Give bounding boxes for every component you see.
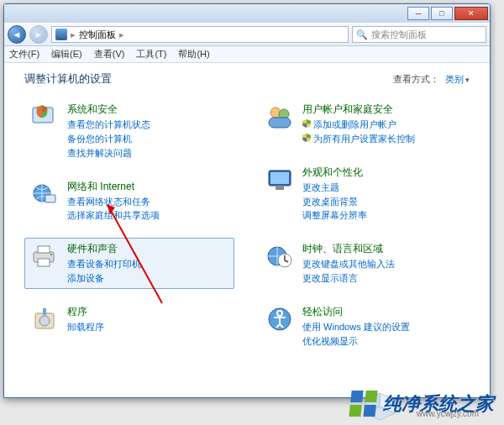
- programs-link[interactable]: 程序: [67, 305, 104, 319]
- shield-small-icon: [302, 119, 311, 128]
- svg-rect-14: [270, 172, 289, 184]
- menu-view[interactable]: 查看(V): [94, 48, 125, 60]
- svg-rect-5: [38, 259, 50, 266]
- control-panel-icon: [55, 29, 67, 40]
- category-ease-access: 轻松访问 使用 Windows 建议的设置 优化视频显示: [260, 301, 470, 352]
- category-clock-region: 时钟、语言和区域 更改键盘或其他输入法 更改显示语言: [260, 238, 470, 289]
- svg-rect-12: [269, 118, 291, 128]
- view-by: 查看方式： 类别▾: [393, 73, 470, 86]
- category-hardware-sound: 硬件和声音 查看设备和打印机 添加设备: [24, 238, 234, 289]
- nav-back-button[interactable]: ◄: [8, 25, 26, 44]
- watermark-url: www.ycwjzy.com: [417, 409, 479, 418]
- right-column: 用户帐户和家庭安全 添加或删除用户帐户 为所有用户设置家长控制: [260, 98, 470, 352]
- programs-sublink-0[interactable]: 卸载程序: [67, 321, 104, 333]
- svg-point-6: [50, 254, 53, 256]
- category-system-security: 系统和安全 查看您的计算机状态 备份您的计算机 查找并解决问题: [24, 98, 234, 164]
- svg-rect-2: [45, 195, 55, 202]
- window-frame: ─ □ ✕ ◄ ► ▸ 控制面板 ▸ 🔍 搜索控制面板 文件(F) 编辑(E) …: [3, 3, 491, 398]
- user-accounts-sublink-1[interactable]: 为所有用户设置家长控制: [302, 133, 415, 145]
- maximize-button[interactable]: □: [431, 7, 453, 20]
- view-by-dropdown[interactable]: 类别▾: [445, 74, 470, 84]
- category-network-internet: 网络和 Internet 查看网络状态和任务 选择家庭组和共享选项: [24, 176, 234, 227]
- clock-region-sublink-0[interactable]: 更改键盘或其他输入法: [302, 258, 395, 270]
- category-appearance: 外观和个性化 更改主题 更改桌面背景 调整屏幕分辨率: [260, 161, 470, 227]
- box-icon: [30, 305, 59, 333]
- search-placeholder: 搜索控制面板: [371, 29, 427, 41]
- clock-region-link[interactable]: 时钟、语言和区域: [302, 242, 395, 256]
- ease-access-link[interactable]: 轻松访问: [302, 305, 410, 319]
- address-bar: ◄ ► ▸ 控制面板 ▸ 🔍 搜索控制面板: [4, 23, 490, 46]
- network-internet-link[interactable]: 网络和 Internet: [67, 180, 160, 194]
- search-icon: 🔍: [356, 29, 368, 40]
- network-internet-sublink-0[interactable]: 查看网络状态和任务: [67, 196, 160, 208]
- ease-access-sublink-1[interactable]: 优化视频显示: [302, 335, 410, 348]
- breadcrumb[interactable]: ▸ 控制面板 ▸: [51, 26, 349, 43]
- svg-point-8: [39, 316, 50, 326]
- titlebar: ─ □ ✕: [4, 4, 490, 23]
- hardware-sound-link[interactable]: 硬件和声音: [67, 242, 141, 256]
- network-internet-sublink-1[interactable]: 选择家庭组和共享选项: [67, 209, 160, 222]
- system-security-sublink-2[interactable]: 查找并解决问题: [67, 147, 150, 160]
- monitor-icon: [265, 165, 294, 194]
- breadcrumb-root[interactable]: 控制面板: [79, 29, 116, 41]
- clock-globe-icon: [265, 242, 294, 270]
- system-security-link[interactable]: 系统和安全: [67, 102, 150, 117]
- svg-rect-9: [43, 308, 46, 315]
- shield-icon: [30, 102, 59, 131]
- appearance-sublink-2[interactable]: 调整屏幕分辨率: [302, 209, 367, 222]
- shield-small-icon: [302, 134, 311, 142]
- appearance-link[interactable]: 外观和个性化: [302, 165, 367, 180]
- hardware-sound-sublink-0[interactable]: 查看设备和打印机: [67, 258, 141, 270]
- menu-tools[interactable]: 工具(T): [136, 48, 166, 60]
- users-icon: [265, 102, 294, 131]
- category-user-accounts: 用户帐户和家庭安全 添加或删除用户帐户 为所有用户设置家长控制: [260, 98, 470, 150]
- user-accounts-sublink-0[interactable]: 添加或删除用户帐户: [302, 118, 415, 131]
- user-accounts-link[interactable]: 用户帐户和家庭安全: [302, 102, 415, 117]
- clock-region-sublink-1[interactable]: 更改显示语言: [302, 272, 395, 285]
- system-security-sublink-1[interactable]: 备份您的计算机: [67, 133, 150, 145]
- close-button[interactable]: ✕: [454, 7, 488, 20]
- printer-icon: [30, 242, 59, 270]
- ease-icon: [265, 305, 294, 333]
- system-security-sublink-0[interactable]: 查看您的计算机状态: [67, 118, 150, 131]
- svg-rect-15: [276, 186, 284, 190]
- left-column: 系统和安全 查看您的计算机状态 备份您的计算机 查找并解决问题 网络和 Inte…: [24, 98, 234, 352]
- ease-access-sublink-0[interactable]: 使用 Windows 建议的设置: [302, 321, 410, 333]
- watermark: 纯净系统之家 www.ycwjzy.com: [350, 391, 494, 417]
- menubar: 文件(F) 编辑(E) 查看(V) 工具(T) 帮助(H): [4, 46, 490, 63]
- globe-net-icon: [30, 180, 59, 208]
- content-area: 调整计算机的设置 查看方式： 类别▾ 系统和安全 查看您的计算机状态 备份您的计: [4, 63, 490, 397]
- watermark-logo-icon: [349, 391, 377, 417]
- hardware-sound-sublink-1[interactable]: 添加设备: [67, 272, 141, 285]
- nav-forward-button[interactable]: ►: [29, 25, 48, 44]
- minimize-button[interactable]: ─: [407, 7, 429, 20]
- category-programs: 程序 卸载程序: [24, 301, 234, 338]
- menu-edit[interactable]: 编辑(E): [51, 48, 82, 60]
- appearance-sublink-0[interactable]: 更改主题: [302, 181, 367, 194]
- menu-help[interactable]: 帮助(H): [178, 48, 209, 60]
- menu-file[interactable]: 文件(F): [9, 48, 39, 60]
- page-title: 调整计算机的设置: [24, 71, 112, 87]
- search-input[interactable]: 🔍 搜索控制面板: [352, 26, 486, 43]
- appearance-sublink-1[interactable]: 更改桌面背景: [302, 196, 367, 208]
- svg-rect-4: [38, 246, 50, 253]
